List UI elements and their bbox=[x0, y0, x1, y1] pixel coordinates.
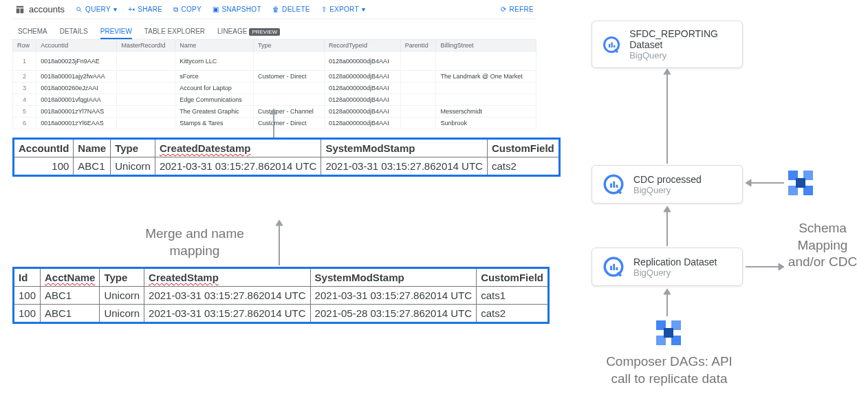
arrow-mid-bot bbox=[662, 206, 673, 246]
svg-rect-13 bbox=[613, 182, 615, 188]
col-header: Id bbox=[14, 268, 41, 287]
snapshot-button[interactable]: ▣ SNAPSHOT bbox=[213, 6, 261, 13]
svg-point-0 bbox=[77, 7, 80, 10]
copy-button[interactable]: ⧉ COPY bbox=[173, 6, 202, 14]
svg-marker-40 bbox=[664, 289, 671, 294]
arrow-up-1 bbox=[268, 109, 279, 138]
col-header: CustomField bbox=[487, 139, 559, 157]
node-sfdc-reporting: SFDC_REPORTING DatasetBigQuery bbox=[592, 21, 743, 68]
arrow-cdc-left bbox=[746, 177, 784, 188]
table-row: 20018a00001ajy2fwAAAsForceCustomer - Dir… bbox=[13, 71, 536, 83]
tab-schema[interactable]: SCHEMA bbox=[18, 25, 47, 39]
grid-header: MasterRecordId bbox=[117, 40, 175, 52]
col-header: CreatedStamp bbox=[144, 268, 311, 287]
col-header: Type bbox=[100, 268, 144, 287]
table-row: 100ABC1Unicorn2021-03-31 03:15:27.862014… bbox=[14, 305, 549, 323]
share-button[interactable]: +▪ SHARE bbox=[128, 6, 162, 13]
node-cdc-processed: CDC processedBigQuery bbox=[592, 165, 743, 204]
tab-explorer[interactable]: TABLE EXPLORER bbox=[144, 25, 205, 39]
table-row: 10018a00023jFn9AAEKittycorn LLC0128a0000… bbox=[13, 52, 536, 71]
node-title: CDC processed bbox=[633, 174, 702, 185]
svg-rect-17 bbox=[610, 266, 612, 270]
svg-rect-19 bbox=[616, 267, 618, 270]
node-title: SFDC_REPORTING Dataset bbox=[629, 28, 733, 50]
query-button[interactable]: QUERY ▾ bbox=[76, 6, 117, 13]
search-icon bbox=[76, 6, 83, 13]
node-subtitle: BigQuery bbox=[633, 185, 702, 195]
col-header: SystemModStamp bbox=[321, 139, 488, 157]
svg-rect-14 bbox=[616, 185, 618, 188]
table-title: accounts bbox=[15, 4, 65, 14]
refresh-button[interactable]: ⟳ REFRE bbox=[501, 6, 534, 13]
svg-rect-8 bbox=[611, 42, 612, 47]
composer-label: Composer DAGs: API call to replicate dat… bbox=[597, 353, 741, 387]
svg-rect-25 bbox=[796, 178, 805, 188]
bigquery-icon bbox=[602, 255, 625, 278]
arrow-composer-up bbox=[662, 289, 673, 316]
tab-preview[interactable]: PREVIEW bbox=[100, 25, 132, 39]
bigquery-icon bbox=[602, 173, 625, 196]
source-table: IdAcctNameTypeCreatedStampSystemModStamp… bbox=[12, 267, 550, 324]
col-header: AcctName bbox=[41, 268, 100, 287]
bigquery-icon bbox=[602, 33, 621, 56]
node-subtitle: BigQuery bbox=[633, 267, 717, 278]
table-row: 30018a000260eJzAAIAccount for Laptop0128… bbox=[13, 83, 536, 94]
grid-header: Type bbox=[254, 40, 325, 52]
col-header: CustomField bbox=[477, 268, 549, 287]
grid-header: BillingStreet bbox=[436, 40, 536, 52]
svg-rect-12 bbox=[610, 184, 612, 188]
merge-label: Merge and name mapping bbox=[122, 226, 267, 259]
col-header: AccountId bbox=[14, 139, 74, 157]
grid-header: Name bbox=[175, 40, 254, 52]
tab-details[interactable]: DETAILS bbox=[60, 25, 88, 39]
svg-line-1 bbox=[80, 10, 81, 12]
delete-button[interactable]: 🗑 DELETE bbox=[272, 6, 310, 13]
arrow-up-2 bbox=[274, 220, 285, 265]
table-row: 40018a00001vfqgIAAAEdge Communications01… bbox=[13, 94, 536, 106]
bigquery-toolbar: accounts QUERY ▾ +▪ SHARE ⧉ COPY ▣ SNAPS… bbox=[12, 0, 536, 19]
col-header: Name bbox=[74, 139, 111, 157]
node-subtitle: BigQuery bbox=[629, 50, 733, 61]
grid-header: ParentId bbox=[400, 40, 436, 52]
svg-rect-18 bbox=[613, 264, 615, 270]
col-header: CreatedDatestamp bbox=[155, 139, 321, 157]
bigquery-tabs: SCHEMA DETAILS PREVIEW TABLE EXPLORER LI… bbox=[12, 19, 536, 39]
arrow-repl-right bbox=[746, 261, 784, 272]
svg-marker-34 bbox=[664, 206, 671, 212]
node-title: Replication Dataset bbox=[633, 256, 717, 267]
dataflow-icon bbox=[652, 316, 685, 349]
col-header: SystemModStamp bbox=[310, 268, 477, 287]
svg-marker-32 bbox=[664, 69, 671, 74]
table-row: 100ABC1Unicorn2021-03-31 03:15:27.862014… bbox=[14, 287, 549, 305]
table-icon bbox=[15, 5, 25, 14]
svg-marker-3 bbox=[270, 109, 277, 114]
grid-header: Row bbox=[13, 40, 36, 52]
schema-cdc-label: Schema Mapping and/or CDC bbox=[781, 220, 864, 271]
dataflow-icon bbox=[784, 166, 817, 199]
svg-rect-9 bbox=[614, 45, 615, 47]
svg-marker-5 bbox=[276, 220, 283, 226]
grid-header: RecordTypeId bbox=[325, 40, 401, 52]
node-replication-dataset: Replication DatasetBigQuery bbox=[592, 248, 743, 286]
export-button[interactable]: ⇪ EXPORT ▾ bbox=[321, 6, 365, 13]
svg-marker-36 bbox=[746, 179, 751, 186]
tab-lineage[interactable]: LINEAGEPREVIEW bbox=[217, 25, 280, 39]
grid-header: AccountId bbox=[36, 40, 117, 52]
mapped-table: AccountIdNameTypeCreatedDatestampSystemM… bbox=[12, 138, 561, 177]
svg-rect-7 bbox=[609, 43, 610, 47]
col-header: Type bbox=[111, 139, 155, 157]
svg-rect-30 bbox=[664, 328, 673, 338]
arrow-top-mid bbox=[662, 69, 673, 164]
